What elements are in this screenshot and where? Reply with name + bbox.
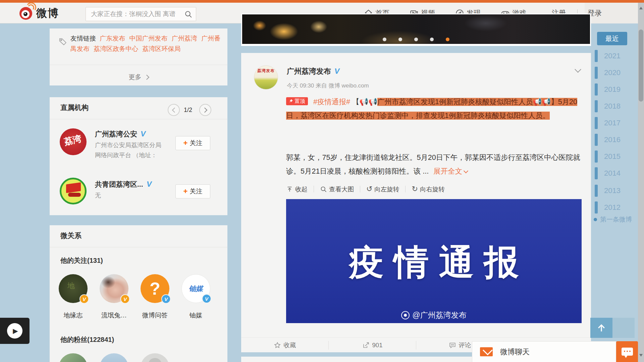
orgs-next-button[interactable] (199, 104, 211, 116)
more-button[interactable]: 更多 (50, 69, 227, 85)
page-scrollbar-thumb[interactable] (639, 29, 643, 102)
expand-full-text-link[interactable]: 展开全文 (433, 167, 468, 175)
year-label: 2019 (604, 85, 621, 94)
timeline-first-post[interactable]: 第一条微博 (594, 214, 642, 225)
weibo-logo[interactable]: 微博 (19, 6, 59, 21)
follow-button[interactable]: + 关注 (175, 184, 210, 198)
friend-link[interactable]: 荔湾区政务中心 (94, 45, 138, 52)
back-to-top-button[interactable] (590, 318, 612, 338)
orgs-prev-button[interactable] (168, 104, 180, 116)
verified-badge-icon: V (140, 129, 147, 138)
fan-avatar[interactable] (59, 353, 88, 362)
timeline-year[interactable]: 2012 (595, 199, 638, 216)
chat-bar-label: 微博聊天 (500, 347, 530, 357)
search-box (86, 7, 196, 21)
avatar-arc-text: 荔湾发布 (254, 68, 278, 74)
fan-avatar[interactable] (181, 353, 210, 362)
friend-links-paragraph: 友情链接 广东发布 中国广州发布 广州荔湾 广州番禺发布 荔湾区政务中心 荔湾区… (70, 33, 221, 54)
view-large-image-button[interactable]: 查看大图 (320, 185, 354, 193)
user-name: 微博问答 (137, 311, 173, 320)
user-name: 流氓兔… (96, 311, 132, 320)
rotate-right-button[interactable]: ↻ 向右旋转 (412, 185, 444, 193)
following-user[interactable]: 铀媒V 铀媒 (177, 274, 214, 320)
timeline-year[interactable]: 2020 (595, 64, 638, 81)
following-label: 他的关注(131) (60, 256, 103, 265)
following-user[interactable]: V 流氓兔… (96, 274, 132, 320)
scrollbar-up-arrow-icon[interactable] (639, 7, 643, 9)
timeline-recent-button[interactable]: 最近 (597, 32, 627, 45)
image-toolbar: 收起 查看大图 ↺ 向左旋转 ↻ 向右旋转 (286, 184, 445, 194)
divider (50, 65, 227, 65)
image-watermark: @广州荔湾发布 (286, 310, 582, 320)
friend-link[interactable]: 广州荔湾 (172, 35, 197, 42)
carousel-dot[interactable] (383, 38, 386, 41)
carousel-card (241, 13, 591, 46)
year-tick (595, 167, 598, 179)
timeline-year[interactable]: 2019 (595, 81, 638, 98)
collapse-image-button[interactable]: 收起 (286, 185, 308, 193)
year-label: 2014 (604, 169, 621, 178)
rotate-left-icon: ↺ (366, 185, 372, 193)
org-avatar[interactable]: 荔湾 (60, 128, 87, 155)
fan-avatar[interactable] (141, 353, 169, 362)
weibo-eye-icon (401, 311, 410, 319)
chevron-right-icon (144, 74, 149, 80)
timeline-year[interactable]: 2015 (595, 148, 638, 165)
chevron-left-icon (172, 107, 177, 113)
following-user[interactable]: ?V 微博问答 (137, 274, 173, 320)
carousel-dot[interactable] (430, 38, 434, 41)
comment-icon (449, 342, 456, 349)
friend-link[interactable]: 广东发布 (100, 35, 125, 42)
fan-avatar[interactable] (100, 353, 128, 362)
user-avatar: V (100, 274, 128, 303)
weibo-chat-bar[interactable]: 微博聊天 (472, 341, 616, 362)
friend-link[interactable]: 荔湾区环保局 (143, 45, 181, 52)
friend-link[interactable]: 中国广州发布 (129, 35, 168, 42)
secondary-corner-button[interactable] (612, 318, 635, 338)
timeline-year[interactable]: 2017 (595, 115, 638, 131)
timeline-year[interactable]: 2016 (595, 131, 638, 148)
video-player-widget[interactable]: ▶ (0, 318, 30, 344)
year-label: 2012 (604, 203, 621, 212)
divider (50, 119, 227, 119)
timeline-year[interactable]: 2021 (595, 48, 638, 64)
toolbar-divider (405, 186, 406, 192)
repost-button[interactable]: 901 (329, 338, 416, 353)
verified-badge-icon: V (202, 294, 211, 303)
following-user[interactable]: 地V 地缘志 (55, 274, 92, 320)
post-collapse-button[interactable] (574, 66, 582, 74)
rotate-left-button[interactable]: ↺ 向左旋转 (366, 185, 399, 193)
post-author-avatar[interactable]: 荔湾发布 (254, 65, 278, 89)
relations-card: 微关系 他的关注(131) 地V 地缘志 V 流氓兔… ?V 微博问答 铀媒V … (50, 225, 227, 362)
hashtag-link[interactable]: #疫情通报# (313, 98, 350, 106)
play-icon: ▶ (7, 323, 22, 339)
carousel-dot-active[interactable] (446, 38, 449, 41)
year-label: 2020 (604, 68, 621, 77)
user-name: 铀媒 (177, 311, 214, 320)
follow-button[interactable]: + 关注 (175, 136, 210, 150)
more-label: 更多 (129, 73, 142, 81)
org-name[interactable]: 共青团荔湾区...V (95, 180, 152, 189)
rotate-right-icon: ↻ (412, 185, 418, 193)
timeline-year[interactable]: 2013 (595, 182, 638, 199)
timeline-year[interactable]: 2018 (595, 98, 638, 115)
orgs-page-indicator: 1/2 (184, 107, 192, 114)
user-avatar: ?V (141, 274, 169, 303)
year-label: 2013 (604, 186, 621, 195)
scrollbar-down-arrow-icon[interactable] (639, 354, 643, 357)
search-input[interactable] (86, 7, 196, 21)
favorite-button[interactable]: 收藏 (241, 338, 328, 353)
orgs-title: 直属机构 (60, 103, 89, 112)
carousel-dot[interactable] (398, 38, 402, 41)
orgs-card: 直属机构 1/2 荔湾 广州荔湾公安V 广州市公安局荔湾区分局网络问政平台 （地… (50, 97, 227, 215)
post-image[interactable]: 疫情通报 @广州荔湾发布 (286, 199, 582, 323)
year-tick (595, 150, 598, 163)
search-icon[interactable] (184, 10, 193, 18)
org-name[interactable]: 广州荔湾公安V (95, 129, 146, 139)
divider (50, 247, 227, 247)
timeline-year[interactable]: 2014 (595, 165, 638, 182)
carousel-dot[interactable] (414, 38, 418, 41)
chat-bubble-button[interactable] (616, 341, 638, 362)
post-author-name[interactable]: 广州荔湾发布V (287, 66, 339, 76)
org-avatar[interactable] (60, 178, 87, 204)
